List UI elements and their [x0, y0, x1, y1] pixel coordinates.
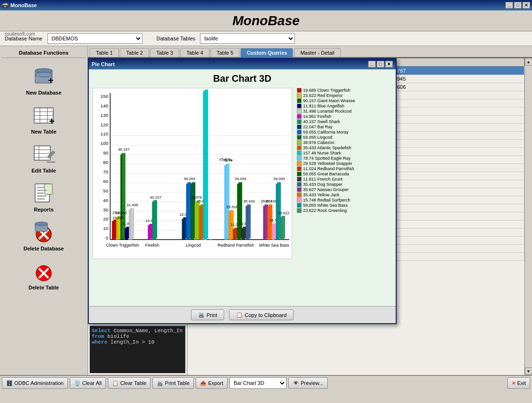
- db-name-select[interactable]: DBDEMOS: [48, 33, 142, 44]
- legend-label: 40.157 Swell Shark: [303, 119, 340, 124]
- svg-rect-96: [192, 182, 195, 238]
- svg-text:150: 150: [100, 94, 108, 99]
- svg-rect-104: [205, 90, 208, 238]
- minimize-button[interactable]: _: [505, 2, 513, 9]
- exit-button[interactable]: ✕ Exit: [507, 377, 530, 389]
- chart-footer: 🖨️ Print 📋 Copy to Clipboard: [89, 306, 396, 323]
- content-area: Table 1 Table 2 Table 3 Table 4 Table 5 …: [88, 46, 532, 375]
- chart-minimize-button[interactable]: _: [368, 61, 376, 67]
- tab-table4[interactable]: Table 4: [180, 48, 209, 57]
- sql-editor[interactable]: Select Common_Name, Length_In from bioli…: [90, 326, 185, 373]
- legend-color-box: [297, 208, 302, 213]
- svg-text:19.685: 19.685: [113, 216, 124, 220]
- svg-text:80: 80: [103, 160, 109, 165]
- tab-table5[interactable]: Table 5: [210, 48, 239, 57]
- tab-table3[interactable]: Table 3: [150, 48, 179, 57]
- chart-title-controls[interactable]: _ □ ✕: [368, 61, 393, 67]
- preview-button[interactable]: 👁️ Preview...: [288, 377, 328, 389]
- maximize-button[interactable]: □: [514, 2, 522, 9]
- legend-label: 19.685 Clown Triggerfish: [303, 88, 351, 93]
- svg-rect-22: [45, 184, 52, 194]
- legend-item: 35.627 Nassau Grouper: [297, 187, 392, 192]
- legend-color-box: [297, 172, 302, 176]
- svg-text:Firefish: Firefish: [145, 243, 159, 248]
- legend-label: 59.055 White Sea Bass: [303, 203, 348, 208]
- svg-text:White Sea Bass: White Sea Bass: [259, 243, 289, 248]
- sidebar-btn-delete-table[interactable]: Delete Table: [2, 256, 86, 294]
- main-layout: Database Functions New Database: [0, 46, 532, 375]
- db-row: Database Name DBDEMOS Database Tables bi…: [0, 31, 532, 46]
- clear-all-button[interactable]: 🗑️ Clear All: [70, 377, 106, 389]
- svg-rect-86: [153, 201, 157, 239]
- tab-custom-queries[interactable]: Custom Queries: [240, 48, 293, 57]
- legend-item: 23.622 Rock Greenling: [297, 208, 392, 213]
- legend-item: 40.157 Swell Shark: [297, 119, 392, 124]
- title-bar-left: 🗃️ MonoBase: [2, 2, 37, 9]
- svg-rect-24: [37, 190, 47, 191]
- sidebar-btn-delete-database[interactable]: Delete Database: [2, 217, 86, 255]
- svg-text:100: 100: [100, 141, 108, 146]
- sidebar: Database Functions New Database: [0, 46, 88, 375]
- db-tables-select[interactable]: biolife: [200, 33, 295, 44]
- chart-clipboard-button[interactable]: 📋 Copy to Clipboard: [229, 309, 294, 320]
- scroll-up-button[interactable]: ▲: [525, 58, 532, 66]
- results-scrollbar[interactable]: ▲ ▼: [524, 58, 532, 375]
- legend-color-box: [297, 135, 302, 140]
- chart-maximize-button[interactable]: □: [377, 61, 384, 67]
- legend-item: 90.157 Giant Maori Wrasse: [297, 98, 392, 103]
- svg-text:0: 0: [105, 235, 108, 240]
- svg-text:130: 130: [100, 113, 108, 118]
- exit-icon: ✕: [512, 380, 516, 386]
- sidebar-btn-new-database[interactable]: New Database: [2, 61, 86, 99]
- legend-item: 38.976 Cabezon: [297, 140, 392, 145]
- sidebar-btn-edit-table[interactable]: Edit Table: [2, 139, 86, 177]
- sidebar-btn-reports[interactable]: Reports: [2, 178, 86, 216]
- sidebar-btn-new-table[interactable]: New Table: [2, 100, 86, 138]
- svg-text:Lingcod: Lingcod: [186, 243, 200, 248]
- odbc-icon: 🗄️: [6, 380, 13, 386]
- svg-text:70: 70: [103, 169, 109, 174]
- legend-item: 59.055 Lingcod: [297, 135, 392, 140]
- tab-table1[interactable]: Table 1: [90, 48, 119, 57]
- svg-text:23.622: 23.622: [278, 211, 290, 215]
- svg-text:20: 20: [103, 216, 109, 221]
- legend-item: 31.496 Lunartail Rockcod: [297, 109, 392, 114]
- svg-text:140: 140: [100, 103, 108, 108]
- ssuitesoft-link[interactable]: ssuitesoft.com: [5, 31, 35, 37]
- legend-label: 22.047 Bat Ray: [303, 125, 332, 129]
- clear-table-icon: 📋: [112, 380, 119, 386]
- legend-label: 90.157 Giant Maori Wrasse: [303, 98, 355, 103]
- legend-label: 59.055 Great Barracuda: [303, 172, 349, 176]
- svg-text:90: 90: [103, 150, 109, 155]
- legend-color-box: [297, 198, 302, 202]
- svg-text:59.055: 59.055: [235, 177, 247, 181]
- legend-label: 15.748 Redtail Surfperch: [303, 198, 351, 202]
- title-bar-controls[interactable]: _ □ ✕: [505, 2, 530, 9]
- legend-label: 35.433 Yellow Jack: [303, 192, 340, 197]
- legend-item: 14.961 Firefish: [297, 114, 392, 119]
- chart-area: 0 10 20 30 40 50 60 70 80 90 100: [89, 86, 396, 306]
- chart-type-select[interactable]: Bar Chart 3D Pie Chart Line Chart: [229, 377, 286, 389]
- close-button[interactable]: ✕: [522, 2, 530, 9]
- svg-rect-78: [131, 209, 134, 239]
- print-table-button[interactable]: 🖨️ Print Table: [152, 377, 194, 389]
- chart-print-button[interactable]: 🖨️ Print: [191, 309, 225, 320]
- legend-item: 35.433 Atlantic Spadefish: [297, 145, 392, 150]
- export-button[interactable]: 📤 Export: [196, 377, 228, 389]
- clear-table-button[interactable]: 📋 Clear Table: [108, 377, 151, 389]
- svg-text:110: 110: [100, 131, 108, 136]
- clipboard-icon: 📋: [236, 312, 243, 318]
- legend-item: 35.433 Dog Snapper: [297, 182, 392, 187]
- chart-close-button[interactable]: ✕: [385, 61, 393, 67]
- odbc-admin-button[interactable]: 🗄️ ODBC Administration: [2, 377, 68, 389]
- tab-table2[interactable]: Table 2: [120, 48, 149, 57]
- legend-label: 11.024 Redband Parrotfish: [303, 166, 354, 171]
- legend-color-box: [297, 93, 302, 98]
- new-table-label: New Table: [31, 129, 57, 134]
- legend-label: 35.433 Dog Snapper: [303, 182, 342, 187]
- tab-master-detail[interactable]: Master - Detail: [294, 48, 341, 57]
- svg-text:157.48: 157.48: [201, 239, 213, 243]
- svg-text:90.157: 90.157: [118, 147, 130, 152]
- scroll-down-button[interactable]: ▼: [525, 367, 532, 375]
- edit-table-icon: [31, 142, 56, 167]
